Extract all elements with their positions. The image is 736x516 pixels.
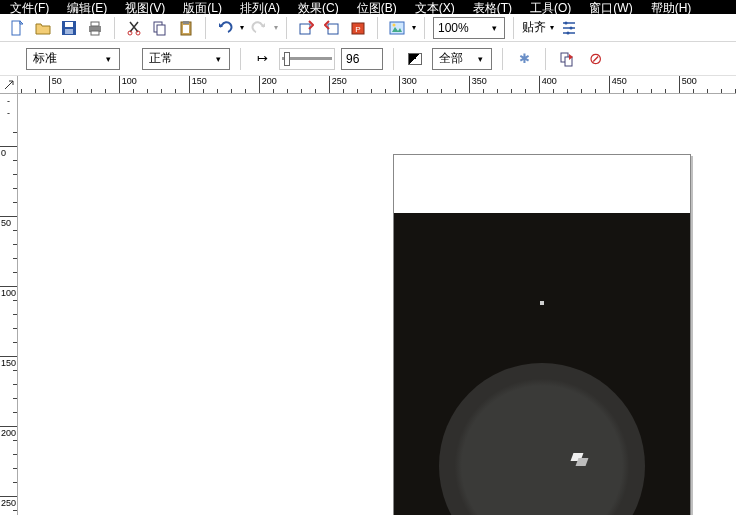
publish-button[interactable]: P [347, 17, 369, 39]
dropdown-caret-icon: ▾ [488, 23, 500, 33]
no-icon: ⊘ [589, 51, 602, 67]
menu-effects[interactable]: 效果(C) [298, 0, 339, 14]
transparency-handle-center[interactable] [540, 301, 544, 305]
snap-to-label[interactable]: 贴齐 [522, 19, 546, 36]
svg-text:P: P [355, 25, 360, 34]
redo-dropdown-icon[interactable]: ▾ [274, 24, 278, 32]
zoom-level-value: 100% [438, 21, 469, 35]
svg-rect-2 [65, 22, 73, 27]
transparency-type-dropdown[interactable]: 标准 ▾ [26, 48, 120, 70]
open-button[interactable] [32, 17, 54, 39]
page-object[interactable] [393, 154, 691, 515]
redo-button[interactable] [248, 17, 270, 39]
svg-rect-14 [300, 24, 310, 34]
menu-tools[interactable]: 工具(O) [530, 0, 571, 14]
ruler-vertical[interactable]: 050100150200250300 [0, 118, 18, 515]
export-button[interactable] [321, 17, 343, 39]
svg-rect-12 [183, 21, 189, 24]
zoom-level-dropdown[interactable]: 100% ▾ [433, 17, 505, 39]
svg-rect-15 [328, 24, 338, 34]
menu-text[interactable]: 文本(X) [415, 0, 455, 14]
svg-rect-13 [183, 25, 189, 33]
menu-edit[interactable]: 编辑(E) [67, 0, 107, 14]
canvas-stage[interactable] [18, 94, 736, 515]
copy-props-button[interactable] [556, 48, 578, 70]
paste-button[interactable] [175, 17, 197, 39]
standard-toolbar: ▾ ▾ P ▾ 100% ▾ 贴齐 ▾ [0, 14, 736, 42]
svg-rect-3 [65, 29, 73, 34]
menu-layout[interactable]: 版面(L) [183, 0, 222, 14]
svg-point-22 [570, 26, 573, 29]
transparency-handle-edge[interactable] [572, 453, 594, 467]
svg-rect-0 [12, 21, 20, 35]
svg-point-21 [565, 21, 568, 24]
menu-file[interactable]: 文件(F) [10, 0, 49, 14]
image-button[interactable] [386, 17, 408, 39]
svg-rect-6 [91, 31, 99, 35]
freeze-button[interactable]: ✱ [513, 48, 535, 70]
cut-button[interactable] [123, 17, 145, 39]
copy-button[interactable] [149, 17, 171, 39]
svg-rect-10 [157, 25, 165, 35]
menubar: 文件(F) 编辑(E) 视图(V) 版面(L) 排列(A) 效果(C) 位图(B… [0, 0, 736, 14]
ruler-horizontal[interactable]: 50100150200250300350400450500550600 [18, 76, 736, 94]
svg-point-20 [393, 23, 396, 26]
image-dropdown-icon[interactable]: ▾ [412, 24, 416, 32]
apply-to-button[interactable] [404, 48, 426, 70]
print-button[interactable] [84, 17, 106, 39]
save-button[interactable] [58, 17, 80, 39]
dropdown-label: 正常 [149, 50, 173, 67]
options-button[interactable] [558, 17, 580, 39]
ruler-origin-corner[interactable] [0, 76, 18, 94]
svg-point-23 [567, 31, 570, 34]
new-button[interactable] [6, 17, 28, 39]
ruler-indicator-v: -- [0, 94, 18, 118]
menu-bitmap[interactable]: 位图(B) [357, 0, 397, 14]
undo-dropdown-icon[interactable]: ▾ [240, 24, 244, 32]
dropdown-label: 全部 [439, 50, 463, 67]
undo-button[interactable] [214, 17, 236, 39]
start-spread-button[interactable]: ↦ [251, 48, 273, 70]
menu-help[interactable]: 帮助(H) [651, 0, 692, 14]
swatch-icon [408, 53, 422, 65]
menu-table[interactable]: 表格(T) [473, 0, 512, 14]
opacity-value-input[interactable] [341, 48, 383, 70]
black-rectangle-object[interactable] [394, 213, 690, 515]
dropdown-caret-icon: ▾ [211, 54, 225, 64]
dropdown-caret-icon: ▾ [101, 54, 115, 64]
dropdown-label: 标准 [33, 50, 57, 67]
radial-gradient-circle-object[interactable] [439, 363, 645, 515]
blend-mode-dropdown[interactable]: 正常 ▾ [142, 48, 230, 70]
menu-view[interactable]: 视图(V) [125, 0, 165, 14]
opacity-slider[interactable] [279, 48, 335, 70]
property-toolbar: 标准 ▾ 正常 ▾ ↦ 全部 ▾ ✱ ⊘ [0, 42, 736, 76]
import-button[interactable] [295, 17, 317, 39]
snap-dropdown-icon[interactable]: ▾ [550, 24, 554, 32]
svg-rect-18 [390, 22, 404, 34]
svg-rect-5 [91, 22, 99, 26]
menu-arrange[interactable]: 排列(A) [240, 0, 280, 14]
dropdown-caret-icon: ▾ [473, 54, 487, 64]
apply-to-dropdown[interactable]: 全部 ▾ [432, 48, 492, 70]
clear-button[interactable]: ⊘ [584, 48, 606, 70]
menu-window[interactable]: 窗口(W) [589, 0, 632, 14]
